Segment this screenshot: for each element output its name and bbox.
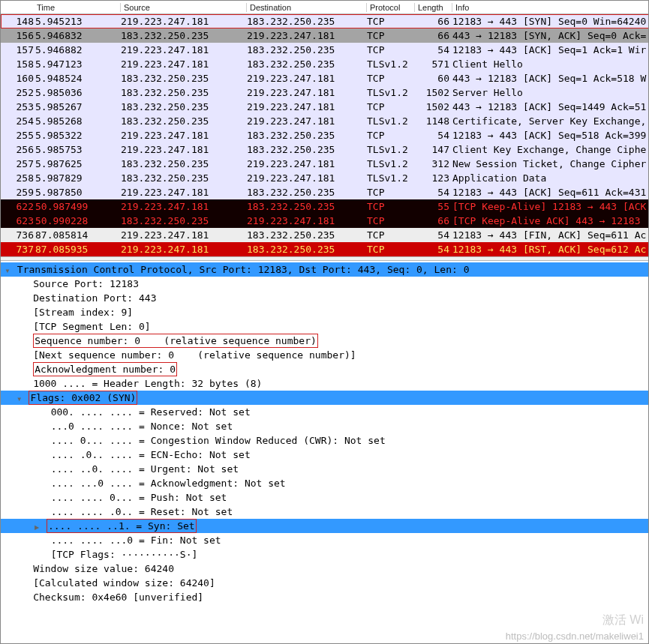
cell-time: 87.085935	[35, 242, 121, 256]
cell-no: 257	[10, 157, 35, 171]
cell-protocol: TCP	[367, 71, 415, 85]
cell-source: 219.223.247.181	[121, 128, 247, 142]
cell-info: 443 → 12183 [SYN, ACK] Seq=0 Ack=	[452, 28, 649, 43]
packet-row[interactable]: 62350.990228183.232.250.235219.223.247.1…	[1, 214, 649, 228]
cell-info: [TCP Keep-Alive] 12183 → 443 [ACK	[452, 199, 649, 214]
cell-info: 12183 → 443 [RST, ACK] Seq=612 Ac	[452, 242, 649, 256]
packet-row[interactable]: 73687.085814219.223.247.181183.232.250.2…	[1, 228, 649, 242]
cell-no: 255	[10, 128, 35, 142]
cell-time: 50.987499	[35, 199, 121, 214]
packet-row[interactable]: 2535.985267183.232.250.235219.223.247.18…	[1, 100, 649, 114]
cell-source: 219.223.247.181	[121, 228, 247, 242]
cell-source: 183.232.250.235	[121, 114, 247, 128]
packet-row[interactable]: 2585.987829183.232.250.235219.223.247.18…	[1, 171, 649, 185]
cell-destination: 183.232.250.235	[247, 199, 367, 214]
field-seglen[interactable]: [TCP Segment Len: 0]	[1, 319, 649, 334]
packet-row[interactable]: 2595.987850219.223.247.181183.232.250.23…	[1, 185, 649, 199]
packet-row[interactable]: 1485.945213219.223.247.181183.232.250.23…	[1, 14, 649, 28]
flag-urg[interactable]: .... ..0. .... = Urgent: Not set	[1, 462, 649, 476]
packet-row[interactable]: 2575.987625183.232.250.235219.223.247.18…	[1, 157, 649, 171]
cell-no: 252	[10, 85, 35, 100]
cell-destination: 183.232.250.235	[247, 14, 367, 28]
cell-source: 219.223.247.181	[121, 242, 247, 256]
cell-protocol: TLSv1.2	[367, 157, 415, 171]
field-checksum[interactable]: Checksum: 0x4e60 [unverified]	[1, 590, 649, 604]
csdn-watermark: https://blog.csdn.net/makeliwei1	[506, 631, 644, 642]
cell-no: 254	[10, 114, 35, 128]
field-nextseq[interactable]: [Next sequence number: 0 (relative seque…	[1, 348, 649, 362]
cell-no: 157	[10, 43, 35, 57]
col-time[interactable]: Time	[34, 3, 121, 12]
cell-no: 737	[10, 242, 35, 256]
field-srcport[interactable]: Source Port: 12183	[1, 277, 649, 291]
col-dest[interactable]: Destination	[247, 3, 367, 12]
cell-destination: 183.232.250.235	[247, 43, 367, 57]
packet-row[interactable]: 1565.946832183.232.250.235219.223.247.18…	[1, 28, 649, 43]
flag-syn[interactable]: .... .... ..1. = Syn: Set	[1, 519, 649, 533]
cell-info: 12183 → 443 [FIN, ACK] Seq=611 Ac	[452, 228, 649, 242]
packet-row[interactable]: 2545.985268183.232.250.235219.223.247.18…	[1, 114, 649, 128]
cell-protocol: TCP	[367, 100, 415, 114]
cell-info: Client Key Exchange, Change Ciphe	[452, 142, 649, 157]
field-winsize[interactable]: Window size value: 64240	[1, 562, 649, 576]
field-ack[interactable]: Acknowledgment number: 0	[1, 362, 649, 376]
col-len[interactable]: Length	[415, 3, 452, 12]
field-stream[interactable]: [Stream index: 9]	[1, 305, 649, 319]
tcp-root[interactable]: Transmission Control Protocol, Src Port:…	[1, 262, 649, 277]
packet-row[interactable]: 2525.985036183.232.250.235219.223.247.18…	[1, 85, 649, 100]
flag-reserved[interactable]: 000. .... .... = Reserved: Not set	[1, 405, 649, 419]
cell-no: 256	[10, 142, 35, 157]
chevron-down-icon[interactable]	[4, 263, 11, 278]
cell-protocol: TCP	[367, 14, 415, 28]
cell-protocol: TLSv1.2	[367, 114, 415, 128]
cell-info: 12183 → 443 [SYN] Seq=0 Win=64240	[452, 14, 649, 28]
field-hdrlen[interactable]: 1000 .... = Header Length: 32 bytes (8)	[1, 376, 649, 391]
cell-length: 1148	[415, 114, 452, 128]
cell-protocol: TCP	[367, 228, 415, 242]
flag-ecn[interactable]: .... .0.. .... = ECN-Echo: Not set	[1, 448, 649, 462]
cell-info: 12183 → 443 [ACK] Seq=611 Ack=431	[452, 185, 649, 199]
cell-source: 183.232.250.235	[121, 71, 247, 85]
cell-length: 1502	[415, 85, 452, 100]
field-dstport[interactable]: Destination Port: 443	[1, 291, 649, 305]
packet-list-header[interactable]: Time Source Destination Protocol Length …	[1, 1, 649, 14]
flag-nonce[interactable]: ...0 .... .... = Nonce: Not set	[1, 419, 649, 433]
cell-destination: 219.223.247.181	[247, 71, 367, 85]
packet-row[interactable]: 73787.085935219.223.247.181183.232.250.2…	[1, 242, 649, 256]
chevron-right-icon[interactable]	[33, 520, 41, 535]
flag-string[interactable]: [TCP Flags: ··········S·]	[1, 547, 649, 562]
cell-destination: 183.232.250.235	[247, 228, 367, 242]
cell-protocol: TLSv1.2	[367, 171, 415, 185]
packet-row[interactable]: 1585.947123219.223.247.181183.232.250.23…	[1, 57, 649, 71]
field-seq[interactable]: Sequence number: 0 (relative sequence nu…	[1, 334, 649, 348]
flag-cwr[interactable]: .... 0... .... = Congestion Window Reduc…	[1, 433, 649, 448]
cell-source: 219.223.247.181	[121, 142, 247, 157]
flags-root[interactable]: Flags: 0x002 (SYN)	[1, 391, 649, 405]
packet-row[interactable]: 2555.985322219.223.247.181183.232.250.23…	[1, 128, 649, 142]
field-calcwin[interactable]: [Calculated window size: 64240]	[1, 576, 649, 590]
cell-no: 156	[10, 28, 35, 43]
flag-psh[interactable]: .... .... 0... = Push: Not set	[1, 490, 649, 505]
col-info[interactable]: Info	[452, 3, 649, 12]
chevron-down-icon[interactable]	[16, 391, 23, 406]
packet-row[interactable]: 62250.987499219.223.247.181183.232.250.2…	[1, 199, 649, 214]
packet-row[interactable]: 1575.946882219.223.247.181183.232.250.23…	[1, 43, 649, 57]
cell-length: 66	[415, 28, 452, 43]
cell-length: 66	[415, 14, 452, 28]
cell-info: Client Hello	[452, 57, 649, 71]
cell-length: 147	[415, 142, 452, 157]
packet-row[interactable]: 2565.985753219.223.247.181183.232.250.23…	[1, 142, 649, 157]
activation-watermark: 激活 Wi	[602, 613, 644, 628]
flag-fin[interactable]: .... .... ...0 = Fin: Not set	[1, 533, 649, 547]
packet-detail-pane[interactable]: Transmission Control Protocol, Src Port:…	[1, 261, 649, 607]
packet-list-pane[interactable]: Time Source Destination Protocol Length …	[1, 1, 649, 256]
cell-time: 5.985036	[35, 85, 121, 100]
col-proto[interactable]: Protocol	[367, 3, 415, 12]
col-source[interactable]: Source	[121, 3, 247, 12]
cell-info: Certificate, Server Key Exchange,	[452, 114, 649, 128]
packet-row[interactable]: 1605.948524183.232.250.235219.223.247.18…	[1, 71, 649, 85]
cell-length: 55	[415, 199, 452, 214]
flag-ack[interactable]: .... ...0 .... = Acknowledgment: Not set	[1, 476, 649, 490]
cell-length: 66	[415, 214, 452, 228]
flag-rst[interactable]: .... .... .0.. = Reset: Not set	[1, 505, 649, 519]
